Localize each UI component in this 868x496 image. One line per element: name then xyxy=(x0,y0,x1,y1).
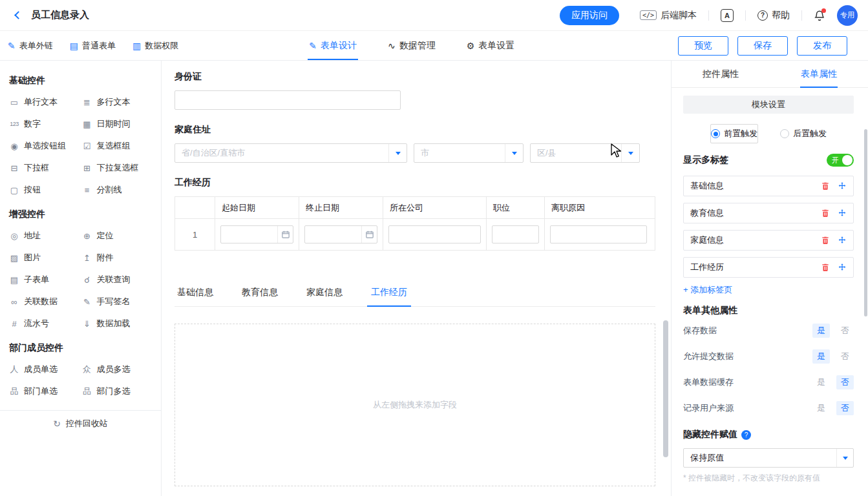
palette-item-button[interactable]: ▢按钮 xyxy=(9,184,82,196)
no-option[interactable]: 否 xyxy=(836,349,854,364)
keep-original-select[interactable]: 保持原值 xyxy=(683,448,854,468)
province-select[interactable]: 省/自治区/直辖市 xyxy=(175,143,407,163)
add-tab-link[interactable]: + 添加标签页 xyxy=(683,284,732,296)
move-tag-button[interactable] xyxy=(838,236,847,245)
select-suffix[interactable] xyxy=(621,144,639,162)
tag-item-family-info: 家庭信息 xyxy=(683,230,854,251)
palette-item-select[interactable]: ⊟下拉框 xyxy=(9,162,82,174)
id-card-input[interactable] xyxy=(175,90,401,110)
question-icon: ? xyxy=(757,10,768,21)
preview-button[interactable]: 预览 xyxy=(678,36,728,56)
position-input[interactable] xyxy=(492,225,539,243)
radio-post-trigger[interactable]: 后置触发 xyxy=(780,124,827,143)
gear-icon: ⚙ xyxy=(467,41,475,51)
district-select[interactable]: 区/县 xyxy=(530,143,640,163)
palette-item-address[interactable]: ◎地址 xyxy=(9,230,82,242)
selected-value: 保持原值 xyxy=(684,452,836,464)
calendar-icon: ▦ xyxy=(82,119,92,129)
palette-item-multi-select[interactable]: ⊞下拉复选框 xyxy=(82,162,155,174)
tab-education-info[interactable]: 教育信息 xyxy=(242,287,278,306)
panel-scrollbar[interactable] xyxy=(864,129,867,316)
help-button[interactable]: ? 帮助 xyxy=(757,10,790,21)
no-option[interactable]: 否 xyxy=(836,324,854,338)
form-external-link-button[interactable]: ✎ 表单外链 xyxy=(8,40,53,52)
recycle-station-button[interactable]: ↻ 控件回收站 xyxy=(0,410,161,436)
yes-option[interactable]: 是 xyxy=(812,401,830,415)
palette-item-dept-multi[interactable]: 品部门多选 xyxy=(82,386,155,397)
leave-reason-input[interactable] xyxy=(550,225,647,243)
no-option[interactable]: 否 xyxy=(836,375,854,389)
publish-button[interactable]: 发布 xyxy=(797,36,847,56)
palette-item-subform[interactable]: ▤子表单 xyxy=(9,274,82,285)
form-canvas: 身份证 家庭住址 省/自治区/直辖市 市 区/县 工作经历 起始日期 终止日期 … xyxy=(162,61,671,496)
company-input[interactable] xyxy=(388,225,481,243)
city-select[interactable]: 市 xyxy=(414,143,524,163)
palette-item-image[interactable]: ▨图片 xyxy=(9,252,82,264)
module-settings-button[interactable]: 模块设置 xyxy=(683,96,854,114)
start-date-input[interactable] xyxy=(220,225,293,243)
no-option[interactable]: 否 xyxy=(836,401,854,415)
drop-zone[interactable]: 从左侧拖拽来添加字段 xyxy=(175,324,655,486)
backend-script-button[interactable]: </> 后端脚本 xyxy=(640,10,697,21)
delete-tag-button[interactable] xyxy=(821,181,830,191)
tab-family-info[interactable]: 家庭信息 xyxy=(306,287,343,306)
app-access-button[interactable]: 应用访问 xyxy=(560,6,619,25)
palette-item-label: 手写签名 xyxy=(97,296,131,307)
tab-form-properties[interactable]: 表单属性 xyxy=(770,61,868,87)
delete-tag-button[interactable] xyxy=(821,263,830,272)
chevron-left-icon xyxy=(14,11,23,19)
select-suffix[interactable] xyxy=(505,144,523,162)
language-icon[interactable]: A xyxy=(721,9,734,22)
select-suffix[interactable] xyxy=(388,144,407,162)
palette-item-checkbox-group[interactable]: ☑复选框组 xyxy=(82,140,155,152)
move-icon xyxy=(838,209,847,218)
back-button[interactable] xyxy=(10,8,26,23)
tab-form-settings[interactable]: ⚙ 表单设置 xyxy=(465,31,516,60)
yes-option[interactable]: 是 xyxy=(812,375,830,389)
save-button[interactable]: 保存 xyxy=(737,36,788,56)
canvas-scrollbar[interactable] xyxy=(663,320,668,457)
radio-pre-trigger[interactable]: 前置触发 xyxy=(710,124,758,143)
yes-option[interactable]: 是 xyxy=(812,324,830,338)
move-tag-button[interactable] xyxy=(838,263,847,272)
palette-item-divider[interactable]: ≡分割线 xyxy=(82,184,155,196)
main-area: 基础控件 ▭单行文本 ≣多行文本 123数字 ▦日期时间 ◉单选按钮组 ☑复选框… xyxy=(0,61,868,496)
palette-item-member-single[interactable]: 人成员单选 xyxy=(9,364,82,375)
end-date-input[interactable] xyxy=(304,225,377,243)
palette-item-dept-single[interactable]: 品部门单选 xyxy=(9,386,82,397)
palette-item-multi-line-text[interactable]: ≣多行文本 xyxy=(82,96,155,108)
notification-bell-button[interactable] xyxy=(814,10,825,21)
palette-item-location[interactable]: ⊕定位 xyxy=(82,230,155,242)
palette-item-datetime[interactable]: ▦日期时间 xyxy=(82,118,155,130)
data-permission-button[interactable]: ▥ 数据权限 xyxy=(132,40,178,52)
avatar[interactable]: 专用 xyxy=(837,5,858,26)
pencil-icon: ✎ xyxy=(8,41,16,51)
palette-item-radio-group[interactable]: ◉单选按钮组 xyxy=(9,140,82,152)
move-tag-button[interactable] xyxy=(838,181,847,191)
chevron-down-icon xyxy=(628,152,633,158)
tab-work-experience[interactable]: 工作经历 xyxy=(371,287,407,306)
palette-item-linked-data[interactable]: ∞关联数据 xyxy=(9,296,82,307)
help-badge-icon[interactable]: ? xyxy=(741,430,751,440)
trash-icon xyxy=(821,181,830,191)
tab-form-design[interactable]: ✎ 表单设计 xyxy=(308,31,358,60)
palette-item-data-load[interactable]: ⇓数据加载 xyxy=(82,318,155,329)
yes-option[interactable]: 是 xyxy=(812,349,830,364)
normal-form-button[interactable]: ▤ 普通表单 xyxy=(70,40,116,52)
palette-item-number[interactable]: 123数字 xyxy=(9,118,82,130)
palette-item-member-multi[interactable]: 众成员多选 xyxy=(82,364,155,375)
palette-item-attachment[interactable]: ↥附件 xyxy=(82,252,155,264)
palette-item-label: 数据加载 xyxy=(97,318,131,329)
tab-basic-info[interactable]: 基础信息 xyxy=(177,287,213,306)
tab-widget-properties[interactable]: 控件属性 xyxy=(672,61,770,87)
delete-tag-button[interactable] xyxy=(821,236,830,245)
tab-data-management[interactable]: ∿ 数据管理 xyxy=(386,31,437,60)
palette-item-lookup-query[interactable]: ☌关联查询 xyxy=(82,274,155,285)
palette-item-single-line-text[interactable]: ▭单行文本 xyxy=(9,96,82,108)
delete-tag-button[interactable] xyxy=(821,209,830,218)
palette-item-signature[interactable]: ✎手写签名 xyxy=(82,296,155,307)
move-tag-button[interactable] xyxy=(838,209,847,218)
palette-item-serial-number[interactable]: #流水号 xyxy=(9,318,82,329)
toggle-on-label: 开 xyxy=(832,156,839,165)
multi-tab-toggle[interactable]: 开 xyxy=(827,154,854,167)
